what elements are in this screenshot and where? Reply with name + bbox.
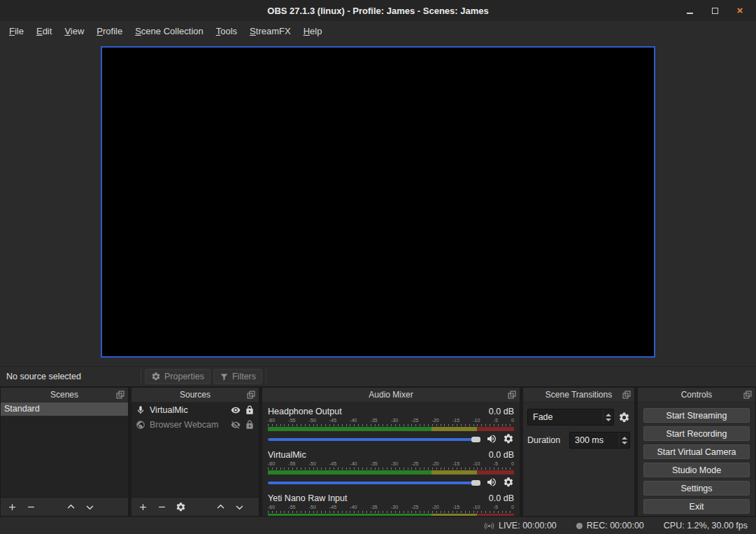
- audio-mixer-header[interactable]: Audio Mixer: [262, 388, 520, 402]
- lock-icon[interactable]: [245, 405, 255, 415]
- controls-panel: Controls Start Streaming Start Recording…: [637, 387, 756, 517]
- start-virtual-camera-button[interactable]: Start Virtual Camera: [643, 444, 750, 459]
- spinbox-arrows[interactable]: [619, 433, 629, 448]
- meter-scale: -60-55-50-45-40-35-30-25-20-15-10-50: [268, 461, 514, 467]
- tick-label: 0: [511, 418, 514, 423]
- tick-label: -60: [268, 505, 275, 510]
- menu-help[interactable]: Help: [297, 22, 329, 40]
- status-bar: LIVE: 00:00:00 REC: 00:00:00 CPU: 1.2%, …: [0, 517, 756, 534]
- menu-scene-collection[interactable]: Scene Collection: [129, 22, 210, 40]
- microphone-icon: [136, 405, 145, 415]
- source-properties-button[interactable]: [176, 502, 186, 512]
- preview-canvas[interactable]: [101, 46, 655, 358]
- remove-scene-button[interactable]: [26, 502, 36, 512]
- popout-icon[interactable]: [622, 390, 632, 400]
- source-item-virtualmic[interactable]: VirtualMic: [131, 402, 259, 417]
- menu-view[interactable]: View: [58, 22, 90, 40]
- sources-panel-header[interactable]: Sources: [131, 388, 259, 402]
- volume-meter: [268, 514, 514, 516]
- meter-scale: -60-55-50-45-40-35-30-25-20-15-10-50: [268, 418, 514, 423]
- lock-icon[interactable]: [245, 420, 255, 430]
- menu-file[interactable]: File: [3, 22, 30, 40]
- popout-icon[interactable]: [507, 390, 517, 400]
- tick-label: -35: [371, 461, 378, 467]
- sources-panel: Sources VirtualMic Browser Webcam: [131, 387, 259, 517]
- toolbar-separator: [266, 370, 266, 384]
- move-source-up-button[interactable]: [215, 502, 226, 512]
- move-scene-down-button[interactable]: [85, 502, 95, 512]
- tick-label: -40: [350, 505, 357, 510]
- move-source-down-button[interactable]: [234, 502, 245, 512]
- speaker-icon[interactable]: [486, 477, 497, 488]
- scenes-panel: Scenes Standard: [0, 387, 129, 517]
- duration-spinbox[interactable]: 300 ms: [569, 432, 630, 449]
- tick-label: -60: [268, 461, 275, 467]
- transition-settings-button[interactable]: [618, 412, 630, 423]
- settings-button[interactable]: Settings: [643, 481, 750, 496]
- tick-label: -55: [288, 418, 295, 423]
- source-toolbar: No source selected Properties Filters: [0, 366, 756, 386]
- tick-label: -45: [329, 505, 336, 510]
- gear-icon[interactable]: [503, 477, 514, 488]
- sources-toolbar: [131, 497, 259, 516]
- meter-ticks: [268, 424, 514, 426]
- start-recording-button[interactable]: Start Recording: [643, 426, 750, 441]
- channel-level: 0.0 dB: [489, 407, 514, 418]
- controls-panel-header[interactable]: Controls: [638, 388, 755, 402]
- speaker-icon[interactable]: [486, 433, 497, 444]
- combo-arrows[interactable]: [603, 409, 613, 425]
- filters-button[interactable]: Filters: [213, 369, 262, 384]
- source-item-browser-webcam[interactable]: Browser Webcam: [131, 417, 259, 432]
- exit-button[interactable]: Exit: [643, 499, 750, 514]
- tick-label: -40: [350, 418, 357, 423]
- popout-icon[interactable]: [743, 390, 753, 400]
- slider-handle[interactable]: [471, 480, 480, 486]
- slider-handle[interactable]: [471, 437, 480, 442]
- transition-select[interactable]: Fade: [527, 409, 614, 426]
- chevron-down-icon: [606, 419, 611, 421]
- preview-area: [0, 41, 756, 366]
- mixer-channel-yeti-nano: Yeti Nano Raw Input 0.0 dB -60-55-50-45-…: [268, 493, 514, 516]
- minimize-button[interactable]: [685, 6, 694, 15]
- volume-meter: [268, 427, 514, 431]
- tick-label: -55: [288, 505, 295, 510]
- mixer-channel-headphone-output: Headphone Output 0.0 dB -60-55-50-45-40-…: [268, 407, 514, 446]
- remove-source-button[interactable]: [157, 502, 167, 512]
- move-scene-up-button[interactable]: [66, 502, 76, 512]
- eye-icon[interactable]: [231, 405, 241, 415]
- tick-label: -50: [309, 505, 316, 510]
- gear-icon[interactable]: [503, 433, 514, 444]
- tick-label: -10: [473, 505, 480, 510]
- volume-slider[interactable]: [268, 434, 480, 444]
- audio-mixer-title: Audio Mixer: [369, 390, 413, 400]
- sources-panel-title: Sources: [180, 390, 211, 400]
- tick-label: -20: [432, 461, 439, 467]
- add-source-button[interactable]: [138, 502, 148, 512]
- add-scene-button[interactable]: [7, 502, 17, 512]
- scene-item-standard[interactable]: Standard: [1, 402, 128, 416]
- studio-mode-button[interactable]: Studio Mode: [643, 463, 750, 477]
- channel-name: Headphone Output: [268, 407, 342, 418]
- maximize-button[interactable]: [710, 6, 720, 15]
- menu-streamfx[interactable]: StreamFX: [243, 22, 297, 40]
- close-button[interactable]: ×: [735, 6, 745, 15]
- scene-transitions-body: Fade Duration 300 ms: [523, 402, 634, 516]
- rec-status: REC: 00:00:00: [576, 521, 644, 531]
- channel-name: VirtualMic: [268, 450, 306, 461]
- tick-label: 0: [511, 461, 514, 467]
- tick-label: -15: [452, 505, 459, 510]
- scene-transitions-header[interactable]: Scene Transitions: [523, 388, 634, 402]
- eye-slash-icon[interactable]: [231, 420, 241, 430]
- start-streaming-button[interactable]: Start Streaming: [643, 408, 750, 423]
- properties-button[interactable]: Properties: [145, 369, 211, 384]
- scene-transitions-title: Scene Transitions: [545, 390, 612, 400]
- volume-slider[interactable]: [268, 477, 480, 487]
- scenes-panel-header[interactable]: Scenes: [1, 388, 128, 402]
- meter-ticks: [268, 511, 514, 513]
- menu-profile[interactable]: Profile: [90, 22, 129, 40]
- menu-edit[interactable]: Edit: [30, 22, 58, 40]
- tick-label: -15: [452, 418, 459, 423]
- menu-tools[interactable]: Tools: [210, 22, 243, 40]
- popout-icon[interactable]: [115, 390, 125, 400]
- popout-icon[interactable]: [246, 390, 256, 400]
